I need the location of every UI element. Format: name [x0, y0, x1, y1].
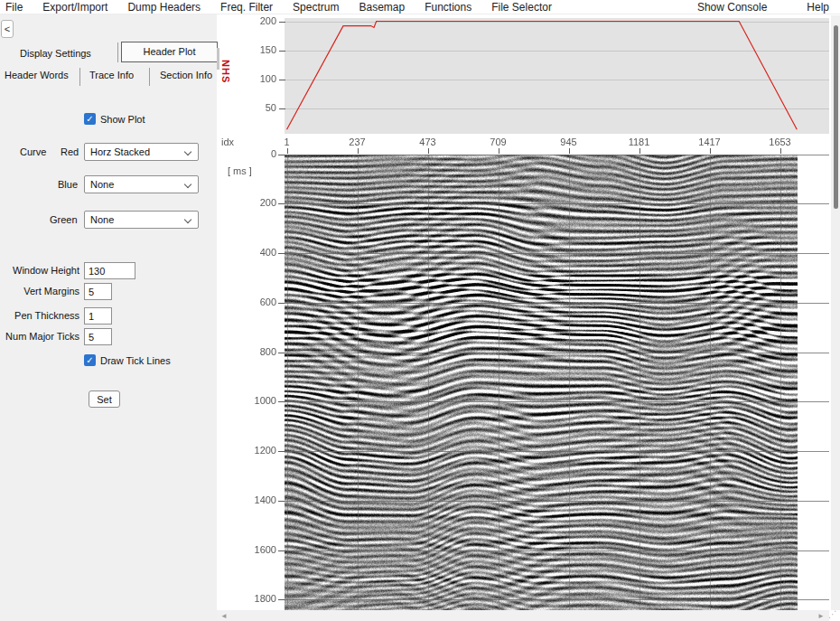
seismic-horizontal-gridline [285, 353, 829, 353]
resize-grip-icon[interactable]: ⋰ [828, 609, 837, 619]
ms-tick-mark [278, 550, 285, 551]
sidebar-panel: < Display Settings Header Plot Header Wo… [0, 14, 217, 621]
idx-tick-mark [780, 148, 781, 154]
seismic-horizontal-gridline [285, 550, 829, 551]
curve-blue-select[interactable]: None [84, 175, 199, 193]
y-tick-mark [279, 80, 285, 80]
window-height-label: Window Height [0, 265, 79, 276]
sidebar-collapse-button[interactable]: < [1, 20, 14, 38]
horizontal-scrollbar-track[interactable] [217, 610, 829, 621]
idx-tick-label: 1417 [698, 136, 720, 147]
chevron-down-icon [184, 216, 191, 223]
menu-file[interactable]: File [0, 1, 33, 14]
seismic-vertical-gridline [780, 155, 781, 610]
seismic-vertical-gridline [499, 155, 499, 610]
tab-display-settings[interactable]: Display Settings [20, 48, 91, 59]
chevron-down-icon [184, 148, 191, 155]
seismic-horizontal-gridline [285, 155, 829, 155]
draw-tick-lines-checkbox[interactable]: ✓ [84, 354, 96, 366]
menu-spectrum[interactable]: Spectrum [283, 1, 349, 14]
idx-tick-label: 709 [490, 136, 506, 147]
show-plot-checkbox[interactable]: ✓ [84, 113, 96, 125]
vert-margins-input[interactable] [84, 283, 112, 300]
tab-section-info[interactable]: Section Info [160, 70, 212, 80]
nhs-y-tick-label: 100 [244, 73, 276, 84]
num-major-ticks-input[interactable] [84, 328, 112, 345]
seismic-vertical-gridline [639, 155, 640, 610]
ms-tick-mark [278, 401, 285, 402]
menu-help[interactable]: Help [797, 1, 840, 14]
ms-tick-label: 1200 [237, 445, 276, 456]
seismic-vertical-gridline [710, 155, 711, 610]
scroll-right-arrow-icon[interactable]: ► [817, 612, 825, 621]
tab-trace-info[interactable]: Trace Info [89, 70, 134, 80]
curve-red-select-value: Horz Stacked [90, 146, 150, 157]
nhs-curve-line [287, 22, 798, 130]
curve-blue-select-value: None [90, 179, 114, 190]
nhs-y-tick-label: 200 [244, 15, 276, 26]
seismic-horizontal-gridline [285, 451, 829, 452]
curve-green-label: Green [50, 214, 78, 225]
nhs-y-tick-label: 150 [244, 44, 276, 55]
seismic-horizontal-gridline [285, 501, 829, 502]
idx-tick-label: 1653 [769, 136, 790, 147]
show-plot-label: Show Plot [100, 114, 145, 125]
tab-header-words[interactable]: Header Words [5, 70, 69, 80]
seismic-horizontal-gridline [285, 303, 829, 304]
menu-export-import[interactable]: Export/Import [33, 1, 117, 14]
idx-tick-mark [358, 148, 359, 154]
checkmark-icon: ✓ [86, 114, 93, 124]
seismic-vertical-gridline [358, 155, 359, 610]
idx-axis-label: idx [221, 136, 234, 147]
sidebar-scrollbar-thumb[interactable] [217, 48, 219, 70]
idx-tick-mark [639, 148, 640, 154]
y-tick-mark [279, 51, 285, 52]
ms-tick-label: 800 [237, 346, 276, 357]
ms-tick-label: 600 [237, 296, 276, 307]
vert-margins-label: Vert Margins [0, 286, 79, 296]
vertical-scrollbar-thumb[interactable] [834, 25, 838, 209]
curve-red-select[interactable]: Horz Stacked [84, 143, 199, 161]
seismic-horizontal-gridline [285, 253, 829, 254]
seismic-section-canvas[interactable] [285, 155, 798, 610]
ms-tick-mark [278, 203, 285, 204]
ms-tick-mark [278, 451, 285, 452]
menu-file-selector[interactable]: File Selector [481, 1, 562, 14]
tab-header-plot[interactable]: Header Plot [121, 42, 218, 62]
ms-tick-mark [278, 303, 285, 304]
ms-tick-label: 1000 [237, 395, 276, 406]
idx-tick-mark [499, 148, 499, 154]
idx-tick-label: 473 [419, 136, 435, 147]
set-button[interactable]: Set [89, 390, 120, 408]
ms-tick-mark [278, 253, 285, 254]
tab-separator [79, 68, 80, 86]
scroll-left-arrow-icon[interactable]: ◄ [220, 612, 228, 621]
menu-show-console[interactable]: Show Console [687, 1, 777, 14]
ms-tick-label: 1600 [237, 544, 276, 555]
seismic-vertical-gridline [287, 155, 288, 610]
idx-tick-label: 1 [284, 136, 289, 147]
seismic-vertical-gridline [428, 155, 429, 610]
curve-label: Curve [20, 146, 46, 157]
idx-tick-label: 237 [349, 136, 365, 147]
menu-freq-filter[interactable]: Freq. Filter [210, 1, 283, 14]
menu-functions[interactable]: Functions [415, 1, 481, 14]
pen-thickness-input[interactable] [84, 307, 112, 325]
curve-green-select[interactable]: None [84, 211, 199, 229]
idx-tick-mark [569, 148, 570, 154]
y-tick-mark [279, 108, 285, 109]
tab-separator [149, 68, 150, 86]
idx-tick-label: 1181 [629, 136, 650, 147]
seismic-horizontal-gridline [285, 203, 829, 204]
window-height-input[interactable] [84, 262, 135, 279]
num-major-ticks-label: Num Major Ticks [0, 331, 79, 342]
idx-tick-mark [287, 148, 288, 154]
curve-blue-label: Blue [58, 179, 78, 190]
idx-tick-label: 945 [560, 136, 576, 147]
checkmark-icon: ✓ [86, 355, 93, 365]
chevron-down-icon [184, 181, 191, 188]
nhs-axis-label: NHS [220, 60, 231, 83]
menu-basemap[interactable]: Basemap [349, 1, 415, 14]
ms-tick-mark [278, 353, 285, 353]
menu-dump-headers[interactable]: Dump Headers [117, 1, 210, 14]
